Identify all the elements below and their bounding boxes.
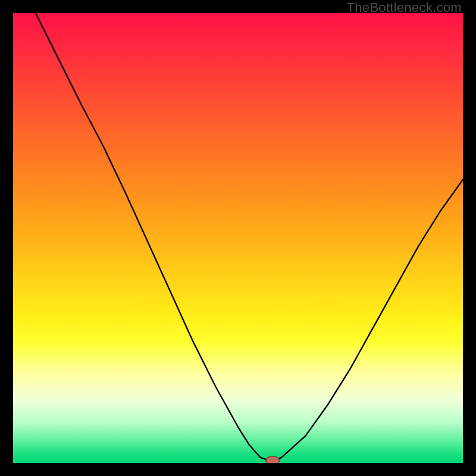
watermark-text: TheBottleneck.com bbox=[347, 0, 462, 15]
chart-frame: TheBottleneck.com bbox=[0, 0, 476, 476]
plot-area bbox=[13, 13, 463, 463]
